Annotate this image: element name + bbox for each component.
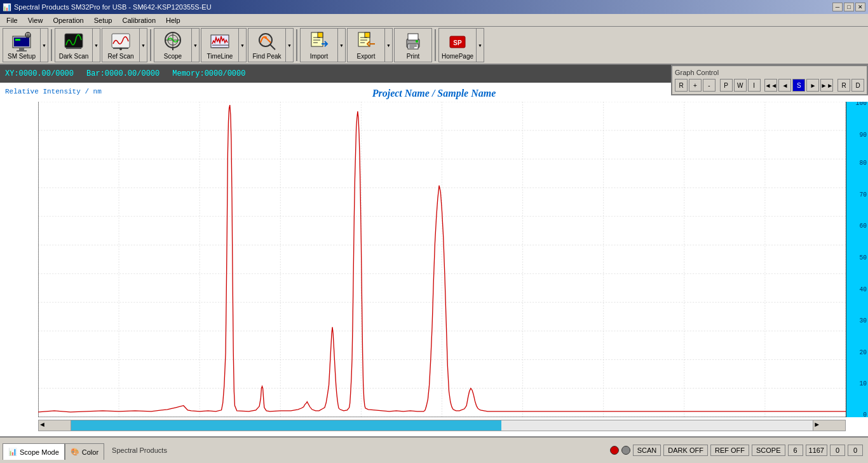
svg-line-22 xyxy=(270,45,275,50)
export-arrow[interactable]: ▼ xyxy=(385,28,393,62)
dark-scan-label: Dark Scan xyxy=(59,53,89,60)
sm-setup-arrow[interactable]: ▼ xyxy=(41,28,48,62)
import-button[interactable]: Import xyxy=(300,28,338,62)
find-peak-arrow[interactable]: ▼ xyxy=(286,28,294,62)
ref-scan-label: Ref Scan xyxy=(107,53,133,60)
print-label: Print xyxy=(407,53,420,60)
find-peak-button[interactable]: Find Peak xyxy=(248,28,286,62)
import-label: Import xyxy=(310,53,328,60)
bottom-right-controls: SCAN DARK OFF REF OFF SCOPE 6 1167 0 0 xyxy=(605,438,868,463)
bottom-bar: 📊 Scope Mode 🎨 Color Spectral Products S… xyxy=(0,436,868,463)
svg-point-12 xyxy=(119,48,122,50)
tab-color[interactable]: 🎨 Color xyxy=(65,443,104,460)
gc-rd-d-button[interactable]: D xyxy=(851,79,864,92)
scan-button[interactable]: SCAN xyxy=(633,445,661,456)
chart-title: Project Name / Sample Name xyxy=(372,88,496,99)
maximize-button[interactable]: □ xyxy=(844,3,854,11)
right-scale: 100 90 80 70 60 50 40 30 20 10 0 xyxy=(846,102,868,417)
gc-p-button[interactable]: P xyxy=(720,79,733,92)
menu-file[interactable]: File xyxy=(1,15,23,25)
num-0b: 0 xyxy=(848,445,863,456)
gc-r-button[interactable]: R xyxy=(675,79,688,92)
sep-4 xyxy=(435,29,436,61)
ref-scan-arrow[interactable]: ▼ xyxy=(140,28,147,62)
print-icon xyxy=(403,31,423,52)
export-icon xyxy=(356,31,376,52)
scope-label: Scope xyxy=(164,53,182,60)
import-arrow[interactable]: ▼ xyxy=(338,28,346,62)
bottom-tabs: 📊 Scope Mode 🎨 Color xyxy=(0,438,107,463)
menu-view[interactable]: View xyxy=(23,15,48,25)
sep-2 xyxy=(150,29,151,61)
find-peak-label: Find Peak xyxy=(252,53,281,60)
dark-scan-button[interactable]: Dark Scan xyxy=(55,28,93,62)
gc-plus-button[interactable]: + xyxy=(689,79,702,92)
find-peak-svg xyxy=(257,31,277,52)
color-icon: 🎨 xyxy=(71,448,79,456)
dark-off-button[interactable]: DARK OFF xyxy=(663,445,708,456)
dark-scan-svg xyxy=(64,31,84,52)
menu-calibration[interactable]: Calibration xyxy=(117,15,161,25)
sm-setup-button[interactable]: SM Setup xyxy=(3,28,41,62)
export-button[interactable]: Export xyxy=(347,28,385,62)
print-button[interactable]: Print xyxy=(394,28,432,62)
gc-next-next-button[interactable]: ►► xyxy=(820,79,833,92)
menu-help[interactable]: Help xyxy=(161,15,186,25)
svg-rect-3 xyxy=(19,48,24,50)
num-0a: 0 xyxy=(830,445,845,456)
scroll-thumb[interactable] xyxy=(71,420,501,431)
gc-i-button[interactable]: I xyxy=(748,79,761,92)
scroll-track[interactable] xyxy=(71,420,813,431)
ref-off-button[interactable]: REF OFF xyxy=(710,445,749,456)
gc-s-button[interactable]: S xyxy=(792,79,805,92)
close-button[interactable]: ✕ xyxy=(855,3,865,11)
menu-bar: File View Operation Setup Calibration He… xyxy=(0,14,868,27)
title-bar: 📊 Spectral Products SM32Pro for USB - SM… xyxy=(0,0,868,14)
right-scale-svg: 100 90 80 70 60 50 40 30 20 10 0 xyxy=(846,102,868,417)
print-svg xyxy=(403,31,423,52)
scope-arrow[interactable]: ▼ xyxy=(192,28,200,62)
scope-mode-icon: 📊 xyxy=(8,448,17,456)
gc-w-button[interactable]: W xyxy=(734,79,747,92)
gc-rd-r-button[interactable]: R xyxy=(837,79,850,92)
gc-next-button[interactable]: ► xyxy=(806,79,819,92)
main-chart-area: Relative Intensity / nm Project Name / S… xyxy=(0,83,868,436)
gc-prev-prev-button[interactable]: ◄◄ xyxy=(764,79,777,92)
scroll-right-btn[interactable]: ► xyxy=(813,420,845,431)
num-6: 6 xyxy=(788,445,803,456)
scope-icon xyxy=(163,31,183,52)
svg-text:50: 50 xyxy=(859,254,867,261)
ref-scan-button[interactable]: Ref Scan xyxy=(102,28,140,62)
ref-scan-icon xyxy=(111,31,131,52)
homepage-arrow[interactable]: ▼ xyxy=(477,28,484,62)
gc-prev-button[interactable]: ◄ xyxy=(778,79,791,92)
menu-operation[interactable]: Operation xyxy=(48,15,88,25)
minimize-button[interactable]: ─ xyxy=(832,3,843,11)
toolbar: SM Setup ▼ Dark Scan ▼ xyxy=(0,27,868,65)
ref-scan-svg xyxy=(111,31,131,52)
svg-rect-9 xyxy=(66,48,81,49)
svg-text:30: 30 xyxy=(859,317,867,324)
homepage-icon: SP xyxy=(447,31,468,52)
menu-setup[interactable]: Setup xyxy=(89,15,118,25)
gc-minus-button[interactable]: - xyxy=(703,79,715,92)
svg-point-23 xyxy=(264,36,267,39)
title-bar-controls: ─ □ ✕ xyxy=(832,3,865,11)
dark-scan-arrow[interactable]: ▼ xyxy=(93,28,100,62)
graph-control-title: Graph Control xyxy=(675,69,864,76)
timeline-button[interactable]: TimeLine xyxy=(201,28,239,62)
bottom-company: Spectral Products xyxy=(107,446,605,454)
scroll-left-btn[interactable]: ◄ xyxy=(39,420,71,431)
scope-mode-button[interactable]: SCOPE xyxy=(752,445,785,456)
sep-1 xyxy=(51,29,52,61)
sep-3 xyxy=(296,29,297,61)
svg-rect-2 xyxy=(15,39,20,41)
chart-scrollbar[interactable]: ◄ ► xyxy=(38,420,846,431)
timeline-arrow[interactable]: ▼ xyxy=(239,28,247,62)
color-label: Color xyxy=(82,448,98,456)
homepage-button[interactable]: SP HomePage xyxy=(438,28,477,62)
svg-text:20: 20 xyxy=(859,349,867,356)
tab-scope-mode[interactable]: 📊 Scope Mode xyxy=(3,443,65,460)
scope-button[interactable]: Scope xyxy=(154,28,192,62)
xy-display: XY:0000.00/0000 xyxy=(5,69,74,78)
